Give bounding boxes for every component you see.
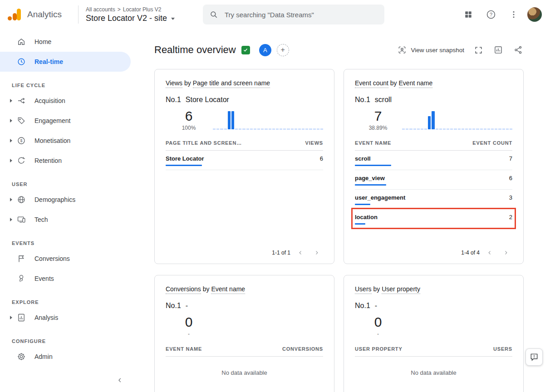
feedback-icon bbox=[530, 353, 539, 362]
breadcrumb-account[interactable]: Locator Plus V2 bbox=[123, 6, 162, 13]
pagination: 1-4 of 4 bbox=[355, 243, 512, 257]
sparkline-chart bbox=[402, 108, 512, 129]
pagination-next-button[interactable] bbox=[500, 248, 512, 257]
account-switcher[interactable]: All accounts > Locator Plus V2 Store Loc… bbox=[86, 6, 190, 23]
sidebar-item-acquisition[interactable]: Acquisition bbox=[0, 91, 131, 111]
view-user-snapshot-label: View user snapshot bbox=[411, 47, 464, 54]
sidebar-item-home[interactable]: Home bbox=[0, 32, 131, 52]
dimension-link[interactable]: Page title and screen name bbox=[193, 79, 270, 88]
table-row[interactable]: Store Locator 6 bbox=[166, 151, 323, 170]
sidebar-item-tech[interactable]: Tech bbox=[0, 210, 131, 230]
sidebar-item-demographics[interactable]: Demographics bbox=[0, 190, 131, 210]
customize-report-button[interactable] bbox=[493, 44, 504, 55]
metric-big-value: 0 bbox=[368, 314, 388, 329]
sparkline-chart bbox=[213, 314, 323, 335]
expand-caret-icon[interactable] bbox=[10, 119, 12, 122]
metric-link[interactable]: Views bbox=[166, 79, 182, 88]
property-selector[interactable]: Store Locator V2 - site bbox=[86, 14, 190, 23]
analytics-logo-group[interactable]: Analytics bbox=[7, 8, 75, 21]
row-name: user_engagement bbox=[355, 194, 405, 201]
no1-value: scroll bbox=[375, 96, 392, 104]
more-options-button[interactable] bbox=[505, 5, 523, 24]
retention-icon bbox=[16, 156, 26, 166]
fullscreen-icon bbox=[474, 46, 483, 54]
sidebar-item-label: Acquisition bbox=[34, 97, 65, 104]
expand-caret-icon[interactable] bbox=[10, 218, 12, 221]
card-event-count-by-event-name: Event count by Event name No.1 scroll 7 … bbox=[344, 69, 524, 264]
apps-grid-button[interactable] bbox=[459, 5, 477, 24]
dimension-link[interactable]: User property bbox=[382, 285, 420, 294]
breadcrumb-root[interactable]: All accounts bbox=[86, 6, 115, 13]
flag-icon bbox=[16, 254, 26, 264]
feedback-button[interactable] bbox=[525, 348, 543, 366]
metric-row: 0 - bbox=[166, 314, 323, 337]
fullscreen-button[interactable] bbox=[473, 45, 484, 55]
pagination-range: 1-4 of 4 bbox=[461, 250, 480, 256]
metric-row: 6 100% bbox=[166, 108, 323, 131]
row-value: 2 bbox=[509, 214, 512, 220]
metric-row: 0 - bbox=[355, 314, 512, 337]
expand-caret-icon[interactable] bbox=[10, 159, 12, 162]
expand-caret-icon[interactable] bbox=[10, 99, 12, 103]
dimension-link[interactable]: Event name bbox=[211, 285, 245, 294]
pagination-range: 1-1 of 1 bbox=[272, 250, 290, 256]
breadcrumb-separator: > bbox=[118, 6, 121, 13]
add-collaborator-button[interactable]: + bbox=[277, 44, 289, 56]
expand-caret-icon[interactable] bbox=[10, 139, 12, 142]
row-name: page_view bbox=[355, 175, 386, 181]
sidebar-item-conversions[interactable]: Conversions bbox=[0, 249, 131, 269]
no1-label: No.1 bbox=[166, 302, 181, 310]
cards-grid: Views by Page title and screen name No.1… bbox=[154, 69, 524, 392]
pagination-prev-button[interactable] bbox=[483, 248, 496, 257]
pagination-next-button[interactable] bbox=[310, 248, 323, 257]
top-result: No.1 - bbox=[166, 302, 323, 310]
dimension-link[interactable]: Event name bbox=[399, 79, 433, 88]
sidebar-item-label: Events bbox=[34, 275, 54, 282]
column-header-value: CONVERSIONS bbox=[282, 346, 323, 352]
sidebar-item-analysis[interactable]: Analysis bbox=[0, 308, 131, 328]
search-input[interactable] bbox=[203, 5, 384, 24]
row-name: location bbox=[355, 214, 378, 220]
view-user-snapshot-button[interactable]: View user snapshot bbox=[398, 45, 464, 54]
sidebar-section-events: EVENTS bbox=[0, 230, 136, 249]
sidebar-item-retention[interactable]: Retention bbox=[0, 151, 131, 171]
sidebar-section-lifecycle: LIFE CYCLE bbox=[0, 72, 136, 91]
sidebar-section-configure: CONFIGURE bbox=[0, 328, 136, 347]
chevron-down-icon bbox=[171, 18, 175, 20]
sidebar-item-label: Demographics bbox=[34, 196, 75, 203]
metric-link[interactable]: Event count bbox=[355, 79, 388, 88]
sidebar-item-label: Real-time bbox=[34, 58, 63, 65]
user-snapshot-icon bbox=[398, 45, 407, 54]
sidebar-item-events[interactable]: Events bbox=[0, 269, 131, 289]
main-content: Realtime overview A + View user snapshot bbox=[136, 29, 550, 392]
sidebar-item-admin[interactable]: Admin bbox=[0, 347, 131, 367]
card-title: Conversions by Event name bbox=[166, 285, 323, 293]
header-actions: ? bbox=[459, 5, 542, 24]
share-button[interactable] bbox=[513, 44, 524, 55]
row-value: 7 bbox=[509, 155, 512, 162]
search-bar bbox=[203, 5, 384, 24]
metric-row: 7 38.89% bbox=[355, 108, 512, 131]
metric-big-value: 0 bbox=[178, 314, 199, 329]
user-avatar[interactable] bbox=[527, 7, 542, 22]
sidebar-item-monetisation[interactable]: $ Monetisation bbox=[0, 131, 131, 151]
expand-caret-icon[interactable] bbox=[10, 316, 12, 319]
table-row-highlighted[interactable]: location 2 bbox=[355, 209, 512, 229]
table-row[interactable]: page_view 6 bbox=[355, 170, 512, 190]
table-header: USER PROPERTY USERS bbox=[355, 346, 512, 357]
table-row[interactable]: user_engagement 3 bbox=[355, 190, 512, 209]
header-divider bbox=[78, 5, 79, 24]
pagination-prev-button[interactable] bbox=[294, 248, 307, 257]
svg-text:$: $ bbox=[20, 138, 23, 143]
sidebar-item-engagement[interactable]: Engagement bbox=[0, 111, 131, 131]
sidebar-item-realtime[interactable]: Real-time bbox=[0, 52, 131, 72]
table-row[interactable]: scroll 7 bbox=[355, 151, 512, 170]
sidebar-item-label: Home bbox=[34, 38, 51, 45]
help-button[interactable]: ? bbox=[482, 5, 500, 24]
collaborator-avatar[interactable]: A bbox=[259, 44, 271, 56]
expand-caret-icon[interactable] bbox=[10, 198, 12, 201]
sidebar-item-label: Conversions bbox=[34, 255, 70, 262]
sidebar-collapse-button[interactable] bbox=[111, 372, 129, 388]
metric-link[interactable]: Conversions bbox=[166, 285, 201, 294]
metric-link[interactable]: Users bbox=[355, 285, 372, 294]
